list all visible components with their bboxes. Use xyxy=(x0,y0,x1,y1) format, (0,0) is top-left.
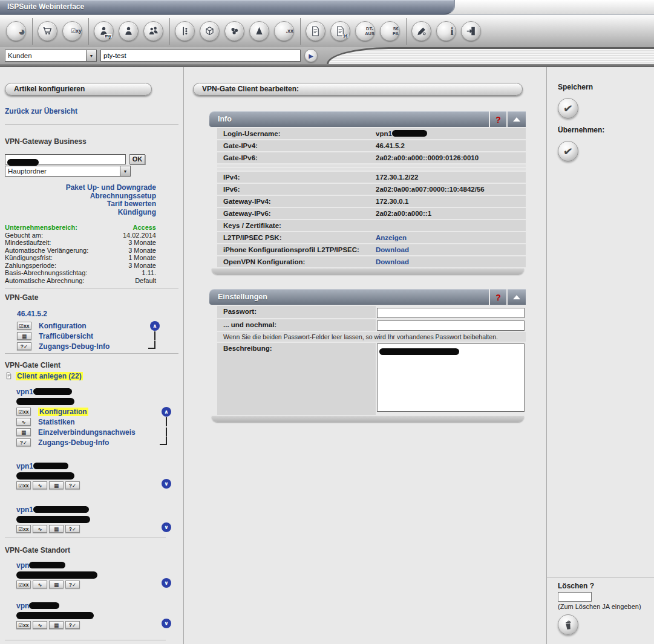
toolbar-icon-glyph: ◕ xyxy=(18,25,25,37)
entry-tool-icon[interactable]: ▦ xyxy=(49,481,64,489)
entry-tool-icon[interactable]: ▦ xyxy=(49,581,64,588)
invoice-icon[interactable]: 1€ xyxy=(330,21,350,41)
user-icon[interactable] xyxy=(119,21,139,41)
vpn-client-link[interactable]: vpn1 xyxy=(16,388,72,396)
menu-item-icon[interactable]: ?✓ xyxy=(16,438,31,446)
tree-mark[interactable] xyxy=(148,341,155,349)
description-textarea[interactable] xyxy=(377,343,525,412)
password-input[interactable] xyxy=(377,308,525,318)
info-icon[interactable]: i xyxy=(436,21,456,41)
back-to-overview-link[interactable]: Zurück zur Übersicht xyxy=(5,107,77,115)
entry-tool-icon[interactable]: ▦ xyxy=(49,621,64,629)
menu-item-link[interactable]: Konfiguration xyxy=(38,408,88,416)
expand-down-icon[interactable] xyxy=(162,578,171,588)
cart-icon[interactable] xyxy=(38,21,57,41)
tree-mark[interactable] xyxy=(150,321,160,331)
export-xx-icon[interactable]: .xx xyxy=(274,21,294,41)
tree-mark[interactable] xyxy=(166,428,167,437)
order-form-icon[interactable]: ☑xy xyxy=(62,21,82,41)
gate-heading: VPN-Gate xyxy=(5,293,178,302)
gate-ip-link[interactable]: 46.41.5.2 xyxy=(17,310,47,318)
ok-button[interactable]: OK xyxy=(129,154,145,164)
expand-down-icon[interactable] xyxy=(162,479,171,489)
back-icon[interactable]: ◕ xyxy=(6,21,26,41)
product-icon[interactable] xyxy=(200,21,220,41)
tree-mark[interactable] xyxy=(162,407,171,417)
document-icon[interactable] xyxy=(306,21,325,41)
divider[interactable] xyxy=(88,18,89,45)
menu-item-link[interactable]: Einzelverbindungsnachweis xyxy=(38,428,136,437)
article-action-link[interactable]: Paket Up- und Downgrade xyxy=(5,184,156,192)
divider[interactable] xyxy=(32,18,33,45)
entry-tool-icon[interactable]: ▦ xyxy=(49,525,64,533)
save-button[interactable]: ✔ xyxy=(558,98,578,119)
entry-tool-icon[interactable]: ☑xx xyxy=(16,621,31,629)
tree-mark[interactable] xyxy=(160,437,167,445)
collapse-button[interactable] xyxy=(508,289,526,305)
vpn-client-link[interactable]: vpn1 xyxy=(16,506,89,514)
delete-confirm-input[interactable] xyxy=(558,592,592,602)
entry-tool-icon[interactable]: ∿ xyxy=(33,481,47,489)
search-input[interactable] xyxy=(100,50,301,62)
menu-item-icon[interactable]: ▦ xyxy=(17,332,31,340)
help-button[interactable]: ? xyxy=(490,289,506,305)
menu-item-icon[interactable]: ▦ xyxy=(16,428,31,436)
entry-tool-icon[interactable]: ☑xx xyxy=(16,581,31,588)
entry-tool-icon[interactable]: ☑xx xyxy=(16,525,31,533)
create-client-link[interactable]: Client anlegen (22) xyxy=(16,372,83,380)
entry-tool-icon[interactable]: ?✓ xyxy=(65,581,80,588)
exit-icon[interactable] xyxy=(461,21,481,41)
article-action-link[interactable]: Abrechnungssetup xyxy=(5,192,156,201)
dt-aus-icon[interactable]: DT- AUS xyxy=(355,21,375,41)
my-account-icon[interactable]: my xyxy=(94,21,114,41)
expand-down-icon[interactable] xyxy=(162,619,171,628)
entry-tool-icon[interactable]: ∿ xyxy=(33,525,47,533)
vpn-standort-link[interactable]: vpn xyxy=(16,602,59,610)
divider[interactable] xyxy=(406,18,407,45)
menu-item-link[interactable]: Konfiguration xyxy=(39,322,87,330)
sepa-icon[interactable]: S€ PA xyxy=(380,21,400,41)
divider xyxy=(5,124,178,125)
entry-tool-icon[interactable]: ☑xx xyxy=(16,481,31,489)
entry-tool-icon[interactable]: ?✓ xyxy=(65,481,80,489)
entry-tool-icon[interactable]: ?✓ xyxy=(65,525,80,533)
menu-item-icon[interactable]: ☑xx xyxy=(16,408,31,415)
article-action-link[interactable]: Kündigung xyxy=(5,209,156,217)
menu-item-link[interactable]: Zugangs-Debug-Info xyxy=(39,342,110,351)
hierarchy-icon[interactable] xyxy=(175,21,195,41)
menu-item-link[interactable]: Trafficübersicht xyxy=(39,332,93,340)
menu-item-link[interactable]: Zugangs-Debug-Info xyxy=(38,438,109,447)
entry-tool-icon[interactable]: ∿ xyxy=(33,621,47,629)
chevron-down-icon[interactable]: ▼ xyxy=(86,50,96,61)
products-icon[interactable] xyxy=(224,21,244,41)
tariff-icon[interactable] xyxy=(249,21,269,41)
users-icon[interactable] xyxy=(143,21,163,41)
folder-select[interactable]: Hauptordner ▼ xyxy=(5,166,131,177)
expand-down-icon[interactable] xyxy=(162,522,171,532)
apply-button[interactable]: ✔ xyxy=(558,141,578,161)
vpn-standort-link[interactable]: vpn xyxy=(16,561,65,570)
menu-item-icon[interactable]: ☑xx xyxy=(17,322,31,330)
chevron-down-icon[interactable]: ▼ xyxy=(120,166,130,176)
article-action-link[interactable]: Tarif bewerten xyxy=(5,200,156,209)
configure-article-button[interactable]: Artikel konfigurieren xyxy=(5,83,152,96)
password-repeat-input[interactable] xyxy=(377,320,525,331)
vpn-client-link[interactable]: vpn1 xyxy=(16,462,68,470)
article-name-input[interactable] xyxy=(5,154,126,164)
divider[interactable] xyxy=(300,18,301,45)
help-button[interactable]: ? xyxy=(490,111,506,127)
menu-item-icon[interactable]: ∿ xyxy=(16,418,31,426)
tree-mark[interactable] xyxy=(154,331,155,340)
search-category-select[interactable]: Kunden ▼ xyxy=(5,50,97,62)
divider[interactable] xyxy=(169,18,170,45)
delete-button[interactable] xyxy=(558,614,578,635)
entry-tool-icon[interactable]: ∿ xyxy=(33,581,47,588)
tree-mark[interactable] xyxy=(166,417,167,426)
menu-item-icon[interactable]: ?✓ xyxy=(17,342,31,350)
menu-item-link[interactable]: Statistiken xyxy=(38,418,75,426)
collapse-button[interactable] xyxy=(508,111,526,127)
search-go-button[interactable]: ▶ xyxy=(304,49,318,62)
toolbar-icon-graphic xyxy=(63,25,71,37)
tools-icon[interactable] xyxy=(411,21,431,41)
entry-tool-icon[interactable]: ?✓ xyxy=(65,621,80,629)
